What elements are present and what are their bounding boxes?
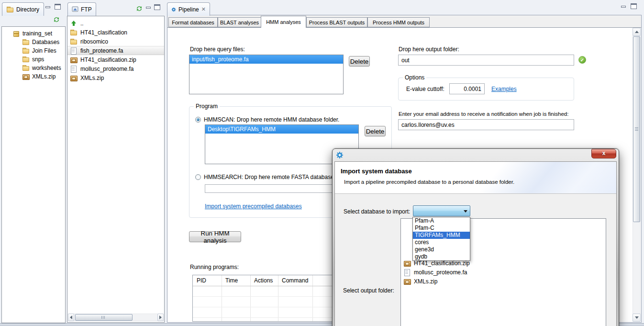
evalue-field[interactable]: 0.0001 xyxy=(449,83,485,94)
folder-list-item[interactable]: mollusc_proteome.fa xyxy=(401,268,606,277)
import-databases-link[interactable]: Import system precompiled databases xyxy=(205,203,302,210)
subtab-format-databases[interactable]: Format databases xyxy=(168,17,218,27)
column-header-actions[interactable]: Actions xyxy=(250,275,278,286)
output-folder-label: Drop here output folder: xyxy=(399,46,459,53)
refresh-icon xyxy=(53,16,60,23)
dialog-subtitle: Import a pipeline precompiled database t… xyxy=(344,179,514,185)
hmm-db-item[interactable]: Desktop\TIGRFAMs_HMM xyxy=(205,125,358,134)
dropdown-option[interactable]: gene3d xyxy=(413,246,470,253)
scroll-right-button[interactable] xyxy=(157,314,164,321)
hmmsearch-radio[interactable] xyxy=(195,174,201,180)
pipeline-editor-tab[interactable]: Pipeline ✕ xyxy=(167,2,210,16)
dialog-close-button[interactable]: x xyxy=(591,149,616,158)
dropdown-option[interactable]: gydb xyxy=(413,253,470,260)
database-combobox[interactable] xyxy=(413,205,470,216)
file-icon xyxy=(70,66,78,72)
tree-item[interactable]: training_set xyxy=(2,29,65,38)
email-label: Enter your email address to receive a no… xyxy=(399,111,568,117)
dropdown-option[interactable]: TIGRFAMs_HMM xyxy=(413,232,470,239)
dropdown-option[interactable]: Pfam-C xyxy=(413,225,470,232)
select-output-folder-label: Select output folder: xyxy=(343,287,394,294)
folder-list-item[interactable]: XMLs.zip xyxy=(401,277,606,286)
file-icon xyxy=(403,269,411,276)
options-group: Options E-value cuttoff: 0.0001 Examples xyxy=(398,78,574,101)
ftp-minimize-button[interactable] xyxy=(146,7,151,9)
examples-link[interactable]: Examples xyxy=(491,86,517,92)
ftp-maximize-button[interactable] xyxy=(154,4,160,10)
ftp-icon xyxy=(72,6,78,13)
directory-minimize-button[interactable] xyxy=(45,6,50,8)
directory-view-tab[interactable]: Directory xyxy=(2,2,44,16)
refresh-icon xyxy=(135,5,143,12)
folder-icon xyxy=(70,38,78,45)
ftp-file-list[interactable]: ..HT41_clasificationribosomicofish_prote… xyxy=(67,16,165,323)
folder-icon xyxy=(70,29,78,36)
gear-icon xyxy=(336,151,344,159)
delete-db-button[interactable]: Delete xyxy=(365,126,386,136)
options-group-label: Options xyxy=(403,74,426,81)
subtab-hmm-analyses[interactable]: HMM analyses xyxy=(261,16,306,28)
hmmsearch-label: HMMSEARCH: Drop here remote FASTA databa… xyxy=(204,174,338,180)
dialog-titlebar[interactable] xyxy=(332,148,619,161)
subtab-process-blast-outputs[interactable]: Process BLAST outputs xyxy=(306,17,367,27)
directory-tree[interactable]: training_setDatabasesJoin Filessnpsworks… xyxy=(1,26,66,323)
scroll-up-button[interactable] xyxy=(633,28,641,36)
program-group-label: Program xyxy=(194,103,220,110)
evalue-label: E-value cuttoff: xyxy=(406,86,444,92)
archive-icon xyxy=(403,278,411,285)
dialog-header: Import system database Import a pipeline… xyxy=(335,162,616,194)
tree-item[interactable]: Join Files xyxy=(2,46,65,55)
column-header-time[interactable]: Time xyxy=(222,275,250,286)
directory-refresh-button[interactable] xyxy=(53,16,60,25)
ftp-refresh-button[interactable] xyxy=(135,5,143,14)
ftp-list-item[interactable]: ribosomico xyxy=(67,37,164,46)
folder-icon xyxy=(22,65,30,71)
ftp-list-item[interactable]: HT41_clasification xyxy=(67,28,164,37)
directory-maximize-button[interactable] xyxy=(55,4,61,10)
ftp-list-item[interactable]: fish_proteome.fa xyxy=(67,46,164,55)
ftp-view-tab[interactable]: FTP xyxy=(67,2,96,16)
editor-maximize-button[interactable] xyxy=(631,3,637,9)
scroll-left-button[interactable] xyxy=(68,314,74,321)
archive-icon xyxy=(70,75,78,81)
tree-item[interactable]: snps xyxy=(2,55,65,64)
ftp-list-item[interactable]: mollusc_proteome.fa xyxy=(67,64,164,73)
query-files-listbox[interactable]: input/fish_proteome.fa xyxy=(189,55,344,94)
hmmscan-radio[interactable] xyxy=(195,117,201,123)
ftp-item-label: mollusc_proteome.fa xyxy=(80,66,133,72)
vscroll-thumb[interactable] xyxy=(633,36,640,222)
column-header-pid[interactable]: PID xyxy=(193,275,222,286)
tree-item[interactable]: worksheets xyxy=(2,64,65,72)
database-dropdown-list[interactable]: Pfam-APfam-CTIGRFAMs_HMMcoresgene3dgydb xyxy=(412,217,470,261)
close-icon[interactable]: ✕ xyxy=(201,6,206,12)
directory-tab-label: Directory xyxy=(16,6,39,13)
run-hmm-button[interactable]: Run HMM analysis xyxy=(189,231,241,242)
hmmscan-label: HMMSCAN: Drop here remote HMM database f… xyxy=(204,116,339,123)
ftp-list-item[interactable]: XMLs.zip xyxy=(67,73,164,82)
ftp-list-item[interactable]: HT41_clasification.zip xyxy=(67,55,164,64)
hscroll-thumb[interactable] xyxy=(75,314,133,321)
query-file-item[interactable]: input/fish_proteome.fa xyxy=(189,55,343,64)
scroll-down-button[interactable] xyxy=(633,314,641,322)
subtab-blast-analyses[interactable]: BLAST analyses xyxy=(218,17,261,27)
evalue-value: 0.0001 xyxy=(464,86,481,92)
import-dialog: x Import system database Import a pipeli… xyxy=(332,148,619,326)
column-header-command[interactable]: Command xyxy=(278,275,312,286)
tree-item-label: training_set xyxy=(22,30,52,37)
select-database-label: Select database to import: xyxy=(344,208,410,215)
delete-query-button[interactable]: Delete xyxy=(349,56,370,67)
archive-icon xyxy=(403,260,411,267)
dropdown-option[interactable]: Pfam-A xyxy=(413,217,470,225)
email-field[interactable]: carlos.llorens@uv.es xyxy=(398,119,574,130)
running-programs-label: Running programs: xyxy=(190,264,239,270)
dropdown-option[interactable]: cores xyxy=(413,239,470,246)
output-folder-field[interactable]: out xyxy=(398,55,574,66)
ftp-list-item[interactable]: .. xyxy=(67,19,164,28)
tree-item[interactable]: XMLs.zip xyxy=(2,72,65,81)
tree-item[interactable]: Databases xyxy=(2,38,65,46)
folder-icon xyxy=(6,6,14,13)
folder-icon xyxy=(22,56,30,63)
subtab-process-hmm-outputs[interactable]: Process HMM outputs xyxy=(367,17,430,27)
editor-minimize-button[interactable] xyxy=(621,6,626,8)
archive-icon xyxy=(22,73,30,80)
